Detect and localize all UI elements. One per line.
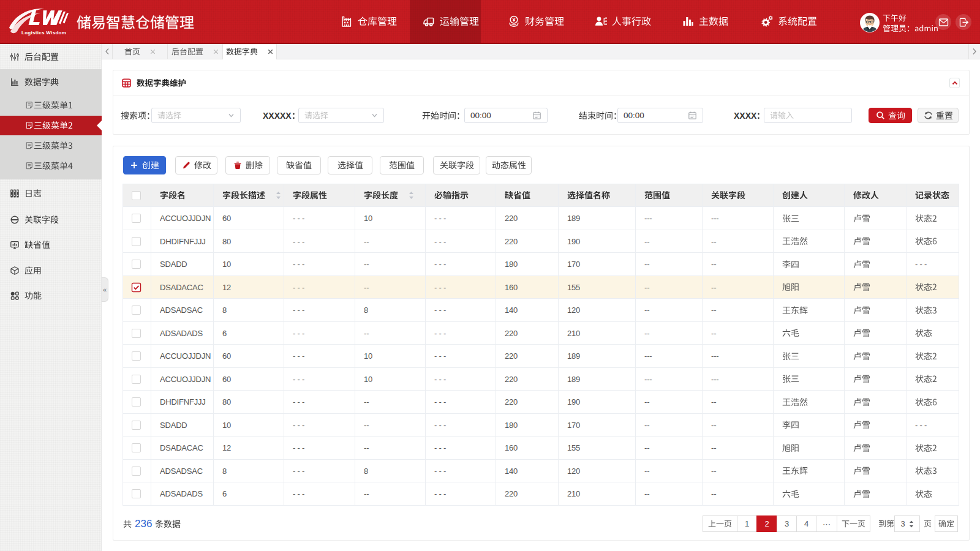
svg-text:Logistics Wisdom: Logistics Wisdom <box>21 30 66 36</box>
